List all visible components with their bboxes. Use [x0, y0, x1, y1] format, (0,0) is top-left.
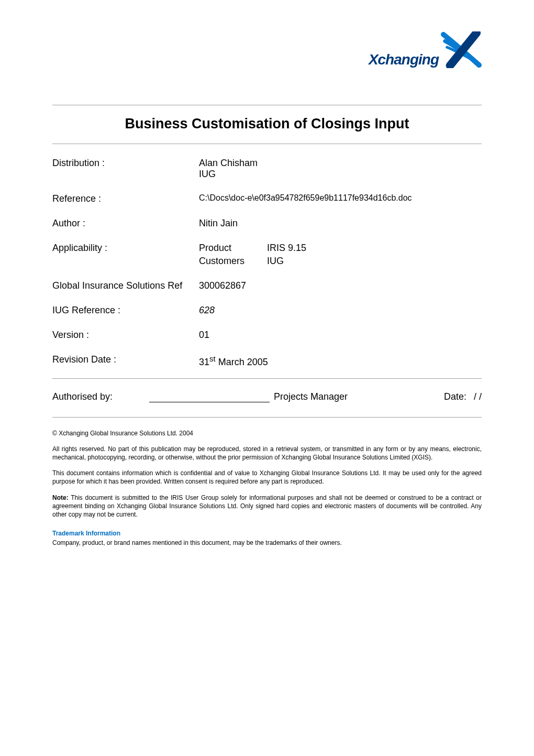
rule-top [52, 105, 482, 105]
meta-gis-ref: Global Insurance Solutions Ref 300062867 [52, 280, 482, 291]
meta-revision-date: Revision Date : 31st March 2005 [52, 354, 482, 368]
legal-note-paragraph: Note: This document is submitted to the … [52, 494, 482, 519]
rule-above-auth [52, 378, 482, 379]
meta-version: Version : 01 [52, 330, 482, 341]
authorised-by-row: Authorised by: Projects Manager Date: / … [52, 390, 482, 402]
distribution-line: Alan Chisham [199, 158, 482, 169]
meta-label: Version : [52, 330, 199, 341]
metadata-block: Distribution : Alan Chisham IUG Referenc… [52, 158, 482, 368]
meta-value: 628 [199, 305, 482, 316]
meta-value: 300062867 [199, 280, 482, 291]
logo-inner: Xchanging [369, 31, 482, 68]
meta-label: Author : [52, 218, 199, 229]
authorised-by-label: Authorised by: [52, 391, 149, 402]
meta-label: Revision Date : [52, 354, 199, 368]
meta-label: Reference : [52, 193, 199, 204]
logo-wordmark: Xchanging [369, 51, 439, 68]
authorised-by-role: Projects Manager [274, 391, 348, 402]
date-label: Date: [444, 391, 466, 402]
logo-x-icon [441, 31, 482, 68]
meta-value: Nitin Jain [199, 218, 482, 229]
legal-paragraph: All rights reserved. No part of this pub… [52, 445, 482, 462]
legal-paragraph: This document contains information which… [52, 469, 482, 486]
meta-distribution: Distribution : Alan Chisham IUG [52, 158, 482, 180]
document-title: Business Customisation of Closings Input [52, 116, 482, 132]
applicability-key: Customers [199, 256, 267, 267]
applicability-val: IRIS 9.15 [267, 243, 482, 254]
meta-reference: Reference : C:\Docs\doc-e\e0f3a954782f65… [52, 193, 482, 204]
logo: Xchanging [52, 31, 482, 68]
authorised-by-date: Date: / / [444, 391, 482, 402]
note-label: Note: [52, 494, 69, 501]
note-body: This document is submitted to the IRIS U… [52, 494, 482, 518]
applicability-key: Product [199, 243, 267, 254]
meta-value: Alan Chisham IUG [199, 158, 482, 180]
meta-value: C:\Docs\doc-e\e0f3a954782f659e9b1117fe93… [199, 193, 482, 204]
meta-author: Author : Nitin Jain [52, 218, 482, 229]
signature-line [149, 390, 270, 402]
meta-label: Applicability : [52, 243, 199, 267]
meta-value: 31st March 2005 [199, 354, 482, 368]
date-value: / / [474, 391, 482, 402]
revision-day: 31 [199, 357, 209, 367]
legal-block: © Xchanging Global Insurance Solutions L… [52, 429, 482, 547]
rule-below-auth [52, 417, 482, 418]
revision-rest: March 2005 [216, 357, 268, 367]
trademark-body: Company, product, or brand names mention… [52, 539, 482, 547]
meta-label: Global Insurance Solutions Ref [52, 280, 199, 291]
meta-label: IUG Reference : [52, 305, 199, 316]
document-page: Xchanging Business Customisation of Clos… [0, 0, 534, 756]
rule-under-title [52, 144, 482, 144]
meta-applicability: Applicability : Product IRIS 9.15 Custom… [52, 243, 482, 267]
meta-iug-ref: IUG Reference : 628 [52, 305, 482, 316]
meta-value: 01 [199, 330, 482, 341]
revision-ordinal: st [209, 354, 216, 363]
meta-label: Distribution : [52, 158, 199, 180]
trademark-heading: Trademark Information [52, 529, 482, 538]
copyright-line: © Xchanging Global Insurance Solutions L… [52, 429, 482, 437]
meta-value: Product IRIS 9.15 Customers IUG [199, 243, 482, 267]
applicability-val: IUG [267, 256, 482, 267]
distribution-line: IUG [199, 169, 482, 180]
